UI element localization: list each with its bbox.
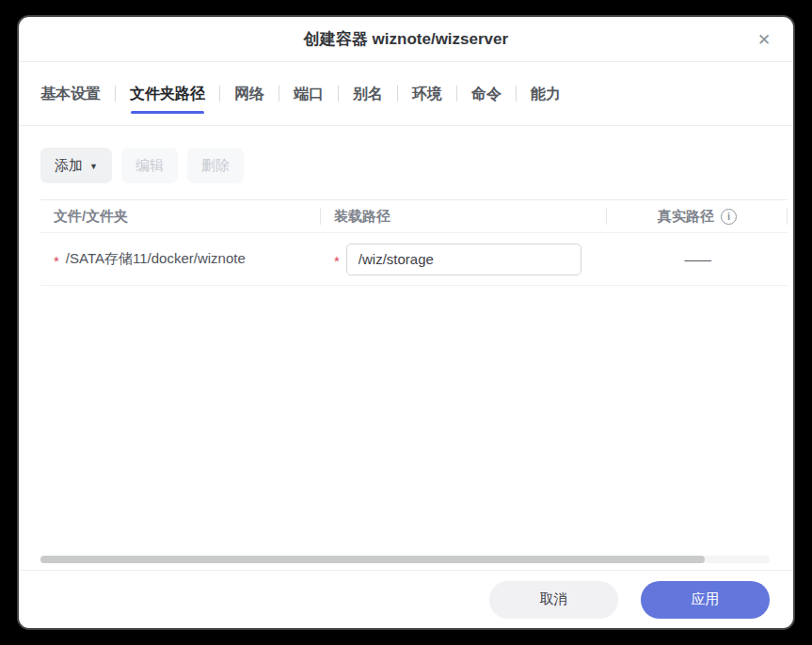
dialog-footer: 取消 应用	[19, 570, 793, 628]
real-path-placeholder: ——	[685, 251, 710, 267]
tab-separator	[115, 86, 116, 102]
tab-label: 网络	[234, 86, 264, 102]
mount-path-input[interactable]	[346, 244, 581, 275]
tab-port[interactable]: 端口	[294, 85, 324, 104]
tab-environment[interactable]: 环境	[412, 85, 442, 104]
add-button-label: 添加	[55, 157, 83, 175]
delete-button-label: 删除	[201, 157, 230, 175]
tab-label: 别名	[353, 86, 383, 102]
tab-bar: 基本设置 文件夹路径 网络 端口 别名 环境 命令 能力	[19, 63, 793, 126]
horizontal-scrollbar-track[interactable]	[40, 556, 770, 563]
tab-network[interactable]: 网络	[234, 85, 264, 104]
column-header-real-path: 真实路径 i	[607, 200, 788, 232]
tab-capability[interactable]: 能力	[531, 85, 561, 104]
close-icon[interactable]: ✕	[748, 17, 780, 62]
folder-path-toolbar: 添加 ▼ 编辑 删除	[40, 148, 244, 183]
apply-button[interactable]: 应用	[641, 581, 770, 619]
mount-path-cell: *	[321, 233, 607, 285]
real-path-cell: ——	[607, 233, 788, 285]
column-header-label: 装载路径	[334, 208, 390, 226]
tab-label: 命令	[471, 86, 502, 102]
tab-separator	[219, 86, 220, 102]
edit-button[interactable]: 编辑	[121, 148, 178, 183]
tab-label: 能力	[531, 86, 561, 102]
delete-button[interactable]: 删除	[187, 148, 244, 183]
add-button[interactable]: 添加 ▼	[40, 148, 112, 183]
column-header-file: 文件/文件夹	[40, 200, 321, 232]
tab-separator	[397, 86, 398, 102]
table-header-row: 文件/文件夹 装载路径 真实路径 i	[40, 199, 788, 233]
tab-label: 环境	[412, 86, 442, 102]
edit-button-label: 编辑	[135, 157, 164, 175]
tab-label: 文件夹路径	[130, 86, 205, 102]
tab-separator	[516, 86, 517, 102]
info-icon[interactable]: i	[721, 209, 737, 225]
column-header-label: 文件/文件夹	[54, 208, 128, 226]
column-header-mount-path: 装载路径	[321, 200, 607, 232]
file-path-cell: * /SATA存储11/docker/wiznote	[40, 233, 321, 285]
tab-basic-settings[interactable]: 基本设置	[40, 85, 101, 104]
dialog-title: 创建容器 wiznote/wizserver	[304, 28, 508, 50]
table-row[interactable]: * /SATA存储11/docker/wiznote * ——	[40, 233, 788, 286]
cancel-button[interactable]: 取消	[489, 581, 618, 619]
column-header-label: 真实路径	[658, 208, 714, 226]
dialog-titlebar: 创建容器 wiznote/wizserver ✕	[19, 17, 793, 62]
horizontal-scrollbar-thumb[interactable]	[40, 556, 705, 563]
required-mark: *	[54, 253, 59, 269]
tab-command[interactable]: 命令	[471, 85, 502, 104]
tab-separator	[338, 86, 339, 102]
active-tab-underline	[131, 111, 204, 114]
file-path-value: /SATA存储11/docker/wiznote	[66, 250, 246, 268]
tab-alias[interactable]: 别名	[353, 85, 383, 104]
chevron-down-icon: ▼	[89, 162, 98, 171]
create-container-dialog: 创建容器 wiznote/wizserver ✕ 基本设置 文件夹路径 网络 端…	[19, 17, 793, 628]
required-mark: *	[334, 253, 340, 269]
tab-separator	[456, 86, 457, 102]
volume-table: 文件/文件夹 装载路径 真实路径 i * /SATA存储11/docker/wi…	[40, 199, 788, 286]
tab-folder-path[interactable]: 文件夹路径	[130, 85, 205, 104]
tab-label: 基本设置	[40, 86, 101, 102]
tab-label: 端口	[294, 86, 324, 102]
tab-separator	[279, 86, 279, 102]
